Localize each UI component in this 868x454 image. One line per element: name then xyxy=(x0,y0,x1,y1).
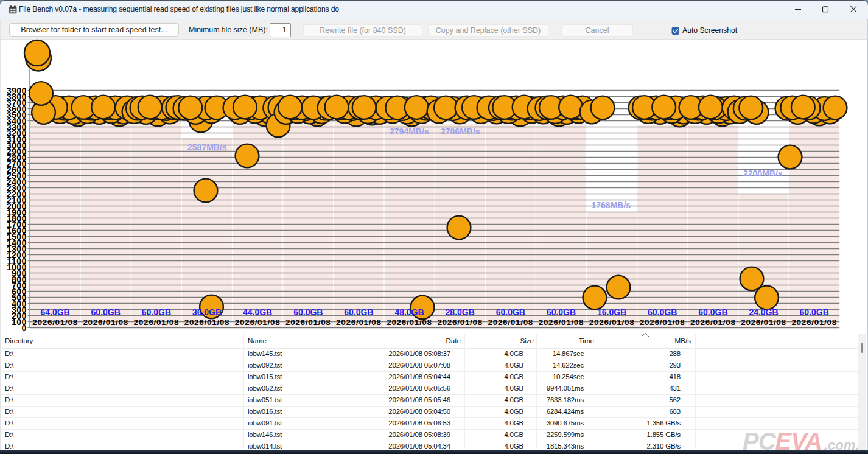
svg-text:2026/01/08: 2026/01/08 xyxy=(488,318,534,327)
svg-text:24.0GB: 24.0GB xyxy=(749,307,778,317)
svg-text:3900: 3900 xyxy=(7,86,27,96)
svg-text:28.0GB: 28.0GB xyxy=(446,307,475,317)
svg-text:16.0GB: 16.0GB xyxy=(597,307,626,317)
svg-text:36.0GB: 36.0GB xyxy=(192,307,222,317)
svg-text:1768MB/s: 1768MB/s xyxy=(592,200,631,210)
svg-text:48.0GB: 48.0GB xyxy=(394,307,424,317)
svg-text:2026/01/08: 2026/01/08 xyxy=(791,318,837,327)
svg-text:60.0GB: 60.0GB xyxy=(547,307,576,317)
svg-text:2587MB/s: 2587MB/s xyxy=(187,142,227,152)
svg-text:60.0GB: 60.0GB xyxy=(142,307,171,317)
svg-text:2786MB/s: 2786MB/s xyxy=(441,127,480,136)
svg-text:2026/01/08: 2026/01/08 xyxy=(387,318,432,327)
svg-text:60.0GB: 60.0GB xyxy=(496,307,525,317)
svg-text:2026/01/08: 2026/01/08 xyxy=(437,318,483,327)
svg-text:60.0GB: 60.0GB xyxy=(698,307,727,317)
svg-text:2026/01/08: 2026/01/08 xyxy=(640,318,685,327)
svg-text:2026/01/08: 2026/01/08 xyxy=(184,318,230,327)
svg-text:2026/01/08: 2026/01/08 xyxy=(336,318,382,327)
svg-text:60.0GB: 60.0GB xyxy=(91,307,121,317)
svg-text:2026/01/08: 2026/01/08 xyxy=(741,318,786,327)
svg-text:2026/01/08: 2026/01/08 xyxy=(285,318,331,327)
svg-text:2026/01/08: 2026/01/08 xyxy=(539,318,584,327)
svg-text:2026/01/08: 2026/01/08 xyxy=(32,318,78,327)
svg-text:60.0GB: 60.0GB xyxy=(648,307,677,317)
svg-text:2794MB/s: 2794MB/s xyxy=(390,127,429,136)
svg-text:2026/01/08: 2026/01/08 xyxy=(690,318,736,327)
svg-text:60.0GB: 60.0GB xyxy=(293,307,323,317)
svg-text:2026/01/08: 2026/01/08 xyxy=(83,318,128,327)
svg-text:60.0GB: 60.0GB xyxy=(344,307,373,317)
svg-text:2026/01/08: 2026/01/08 xyxy=(134,318,180,327)
svg-text:2026/01/08: 2026/01/08 xyxy=(235,318,281,327)
svg-text:64.0GB: 64.0GB xyxy=(40,307,69,317)
svg-text:44.0GB: 44.0GB xyxy=(243,307,272,317)
svg-text:2200MB/s: 2200MB/s xyxy=(743,169,783,178)
svg-text:2026/01/08: 2026/01/08 xyxy=(589,318,635,327)
svg-text:60.0GB: 60.0GB xyxy=(800,307,829,317)
